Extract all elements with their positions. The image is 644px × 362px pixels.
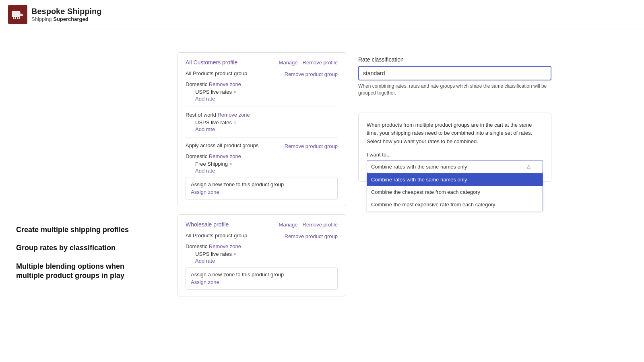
- combine-select[interactable]: Combine rates with the same names only △: [367, 160, 543, 173]
- remove-zone-row[interactable]: Remove zone: [217, 112, 250, 118]
- logo-text: Bespoke Shipping Shipping Supercharged: [31, 7, 101, 22]
- profile-card-wholesale: Wholesale profile Manage Remove profile …: [177, 214, 346, 296]
- remove-product-group-apply[interactable]: Remove product group: [285, 143, 338, 149]
- assign-zone-link-wholesale[interactable]: Assign zone: [191, 279, 332, 285]
- rate-item-usps-wholesale: USPS live rates ×: [195, 251, 338, 257]
- assign-zone-box-apply: Assign a new zone to this product group …: [186, 177, 338, 200]
- app-title: Bespoke Shipping: [31, 7, 101, 16]
- rate-item-usps-row: USPS live rates ×: [195, 119, 338, 125]
- rate-list-domestic-apply: Free Shipping × Add rate: [186, 161, 338, 174]
- header: Bespoke Shipping Shipping Supercharged: [0, 0, 644, 29]
- profile-card-all-customers: All Customers profile Manage Remove prof…: [177, 52, 346, 206]
- rate-classification-helper: When combining rates, rates and rate gro…: [358, 83, 551, 97]
- add-rate-domestic-apply: Add rate: [195, 168, 338, 174]
- feature-2: Group rates by classification: [16, 243, 153, 253]
- profile-name-wholesale: Wholesale profile: [186, 221, 229, 228]
- right-panel: Rate classification When combining rates…: [358, 52, 551, 182]
- remove-rate-free-shipping[interactable]: ×: [229, 161, 232, 167]
- remove-product-group-all[interactable]: Remove product group: [285, 71, 338, 77]
- zone-label-domestic-all: Domestic Remove zone: [186, 81, 338, 87]
- profiles-column: All Customers profile Manage Remove prof…: [177, 52, 346, 296]
- main-area: All Customers profile Manage Remove prof…: [177, 52, 551, 296]
- zone-domestic-apply: Domestic Remove zone Free Shipping × Add…: [186, 153, 338, 174]
- combine-select-wrapper: Combine rates with the same names only △…: [367, 160, 543, 173]
- svg-point-3: [17, 16, 20, 19]
- rate-item-free-shipping: Free Shipping ×: [195, 161, 338, 167]
- zone-domestic-all: Domestic Remove zone USPS live rates × A…: [186, 81, 338, 102]
- profile-actions-wholesale: Manage Remove profile: [279, 222, 338, 228]
- product-group-label-all: All Products product group: [186, 70, 247, 76]
- zone-domestic-wholesale: Domestic Remove zone USPS live rates × A…: [186, 243, 338, 264]
- assign-zone-link-apply[interactable]: Assign zone: [191, 189, 332, 195]
- product-group-all-products: All Products product group Remove produc…: [186, 70, 338, 132]
- combine-dropdown: Combine rates with the same names only C…: [367, 173, 543, 211]
- rate-classification-section: Rate classification When combining rates…: [358, 52, 551, 101]
- combine-option-0[interactable]: Combine rates with the same names only: [367, 173, 543, 186]
- rate-classification-input[interactable]: [358, 66, 551, 80]
- zone-label-row: Rest of world Remove zone: [186, 112, 338, 118]
- feature-1: Create multiple shipping profiles: [16, 225, 153, 234]
- add-rate-link-row[interactable]: Add rate: [195, 126, 215, 132]
- add-rate-link-domestic[interactable]: Add rate: [195, 96, 215, 102]
- manage-link-wholesale[interactable]: Manage: [279, 222, 298, 228]
- add-rate-link-domestic-wholesale[interactable]: Add rate: [195, 258, 215, 264]
- remove-rate-usps-domestic[interactable]: ×: [233, 89, 236, 95]
- rate-list-domestic-wholesale: USPS live rates × Add rate: [186, 251, 338, 264]
- remove-profile-link-wholesale[interactable]: Remove profile: [303, 222, 338, 228]
- remove-rate-usps-row[interactable]: ×: [233, 120, 236, 125]
- profile-actions-all-customers: Manage Remove profile: [279, 60, 338, 66]
- remove-rate-usps-wholesale[interactable]: ×: [233, 251, 236, 257]
- feature-3: Multiple blending options when multiple …: [16, 262, 153, 281]
- assign-zone-box-wholesale: Assign a new zone to this product group …: [186, 267, 338, 290]
- profile-name-all-customers: All Customers profile: [186, 59, 237, 66]
- app-subtitle: Shipping Supercharged: [31, 16, 101, 22]
- combine-option-2[interactable]: Combine the most expensive rate from eac…: [367, 198, 543, 211]
- profile-header-wholesale: Wholesale profile Manage Remove profile: [186, 221, 338, 228]
- sidebar-features: Create multiple shipping profiles Group …: [16, 225, 153, 290]
- svg-point-2: [13, 16, 16, 19]
- product-group-label-wholesale: All Products product group: [186, 232, 247, 239]
- remove-product-group-wholesale[interactable]: Remove product group: [285, 233, 338, 239]
- i-want-label: I want to...: [367, 152, 543, 158]
- profile-header-all-customers: All Customers profile Manage Remove prof…: [186, 59, 338, 66]
- combine-select-value: Combine rates with the same names only: [371, 164, 467, 170]
- remove-zone-domestic-wholesale[interactable]: Remove zone: [209, 243, 241, 249]
- zone-label-domestic-apply: Domestic Remove zone: [186, 153, 338, 159]
- rate-list-domestic-all: USPS live rates × Add rate: [186, 89, 338, 102]
- product-group-wholesale-all: All Products product group Remove produc…: [186, 232, 338, 290]
- zone-label-domestic-wholesale: Domestic Remove zone: [186, 243, 338, 249]
- add-rate-domestic: Add rate: [195, 96, 338, 102]
- add-rate-link-domestic-apply[interactable]: Add rate: [195, 168, 215, 174]
- product-group-apply-across: Apply across all product groups Remove p…: [186, 142, 338, 200]
- zone-rest-of-world: Rest of world Remove zone USPS live rate…: [186, 112, 338, 132]
- rate-item-usps-domestic: USPS live rates ×: [195, 89, 338, 95]
- combine-section: When products from multiple product grou…: [358, 113, 551, 182]
- rate-classification-label: Rate classification: [358, 56, 551, 63]
- combine-option-1[interactable]: Combine the cheapest rate from each cate…: [367, 186, 543, 198]
- add-rate-row: Add rate: [195, 126, 338, 132]
- remove-zone-domestic-apply[interactable]: Remove zone: [209, 153, 241, 159]
- product-group-label-apply: Apply across all product groups: [186, 142, 258, 148]
- rate-list-row: USPS live rates × Add rate: [186, 119, 338, 132]
- chevron-down-icon: △: [527, 164, 530, 169]
- remove-profile-link-all-customers[interactable]: Remove profile: [303, 60, 338, 66]
- logo-icon: [8, 5, 27, 24]
- svg-rect-0: [12, 11, 20, 17]
- logo: Bespoke Shipping Shipping Supercharged: [8, 5, 101, 24]
- remove-zone-domestic-all[interactable]: Remove zone: [209, 81, 241, 87]
- add-rate-domestic-wholesale: Add rate: [195, 258, 338, 264]
- manage-link-all-customers[interactable]: Manage: [279, 60, 298, 66]
- combine-description: When products from multiple product grou…: [367, 121, 543, 146]
